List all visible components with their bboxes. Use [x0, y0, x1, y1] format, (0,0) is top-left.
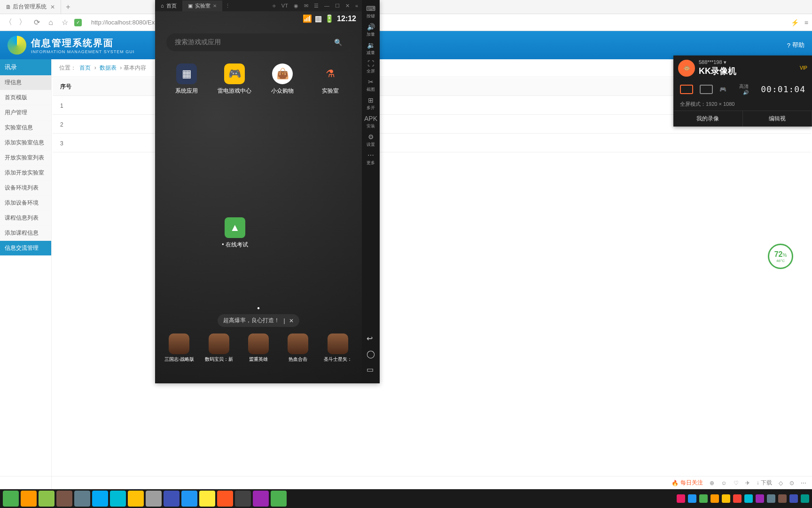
emulator-tool-button[interactable]: APK安装 [364, 113, 378, 131]
sidebar-item[interactable]: 理信息 [0, 75, 51, 90]
tray-icon[interactable] [710, 494, 719, 503]
app-launcher[interactable]: ⚗实验室 [308, 64, 352, 95]
emulator-tool-button[interactable]: 🔊加量 [364, 21, 378, 40]
tab-menu-icon[interactable]: ⋮ [225, 3, 230, 9]
forward-button[interactable]: 〉 [18, 18, 27, 27]
app-launcher[interactable]: 🎮雷电游戏中心 [212, 64, 257, 95]
app-launcher[interactable]: ▲• 在线考试 [211, 217, 258, 249]
tray-icon[interactable] [744, 494, 753, 503]
sidebar-item[interactable]: 信息交流管理 [0, 241, 51, 256]
app-launcher[interactable]: 👜小众购物 [260, 64, 304, 95]
taskbar-app-button[interactable] [128, 491, 144, 507]
search-input[interactable]: 搜索游戏或应用 🔍 [166, 33, 351, 51]
ext-icon[interactable]: ♡ [734, 480, 739, 486]
taskbar-app-button[interactable] [253, 491, 269, 507]
tray-icon[interactable] [722, 494, 730, 503]
emulator-tool-button[interactable]: ⛶全屏 [364, 58, 378, 76]
emulator-tool-button[interactable]: ⚙设置 [364, 131, 378, 150]
daily-focus-button[interactable]: 🔥 每日关注 [671, 479, 703, 487]
taskbar-app-button[interactable] [110, 491, 126, 507]
close-icon[interactable]: ✕ [50, 4, 55, 10]
tray-icon[interactable] [789, 494, 798, 503]
android-nav-button[interactable]: ↩ [367, 334, 375, 343]
game-shortcut[interactable]: 热血合击 [280, 333, 316, 363]
taskbar-app-button[interactable] [235, 491, 251, 507]
window-control-icon[interactable]: ✉ [304, 3, 308, 9]
sidebar-item[interactable]: 添加课程信息 [0, 226, 51, 241]
menu-icon[interactable]: ≡ [804, 19, 808, 26]
promo-banner[interactable]: 超高爆率，良心打造！ | ✕ [218, 314, 299, 327]
taskbar-app-button[interactable] [146, 491, 162, 507]
taskbar-app-button[interactable] [217, 491, 233, 507]
sidebar-item[interactable]: 添加设备环境 [0, 196, 51, 211]
taskbar-app-button[interactable] [3, 491, 19, 507]
emulator-tool-button[interactable]: ⊞多开 [364, 95, 378, 113]
tray-icon[interactable] [778, 494, 787, 503]
download-button[interactable]: ↓ 下载 [757, 479, 772, 487]
taskbar-app-button[interactable] [21, 491, 37, 507]
sidebar-item[interactable]: 设备环境列表 [0, 181, 51, 196]
breadcrumb-link[interactable]: 首页 [79, 64, 91, 71]
ext-icon[interactable]: ☺ [721, 480, 726, 486]
emulator-tool-button[interactable]: 🔉减量 [364, 40, 378, 58]
app-launcher[interactable]: ▦系统应用 [164, 64, 209, 95]
tray-icon[interactable] [767, 494, 775, 503]
sidebar-item[interactable]: 首页模版 [0, 90, 51, 105]
ext-icon[interactable]: ✈ [745, 480, 750, 486]
taskbar-app-button[interactable] [39, 491, 55, 507]
taskbar-app-button[interactable] [199, 491, 215, 507]
game-shortcut[interactable]: 盟重英雄 [240, 333, 277, 363]
cpu-monitor-widget[interactable]: 72% 46°C [768, 244, 793, 269]
reload-button[interactable]: ⟳ [32, 18, 41, 27]
close-icon[interactable]: ✕ [213, 3, 217, 8]
tray-icon[interactable] [801, 494, 809, 503]
tray-icon[interactable] [733, 494, 742, 503]
close-icon[interactable]: ✕ [289, 318, 294, 324]
emulator-tab[interactable]: ⌂首页 [155, 0, 182, 11]
emulator-tool-button[interactable]: ✂截图 [364, 76, 378, 95]
tray-icon[interactable] [677, 494, 685, 503]
emulator-tab[interactable]: ▣实验室✕ [182, 0, 222, 11]
edit-tab[interactable]: 编辑视 [743, 111, 812, 127]
window-control-icon[interactable]: VT [281, 3, 288, 9]
emulator-tool-button[interactable]: ⌨按键 [364, 3, 378, 21]
tray-icon[interactable] [688, 494, 696, 503]
window-control-icon[interactable]: ✕ [345, 3, 350, 9]
taskbar-app-button[interactable] [92, 491, 108, 507]
game-shortcut[interactable]: 三国志·战略版 [161, 333, 197, 363]
emulator-tool-button[interactable]: ⋯更多 [364, 150, 378, 168]
window-control-icon[interactable]: ⎆ [273, 3, 276, 9]
window-control-icon[interactable]: ◉ [294, 3, 298, 9]
home-button[interactable]: ⌂ [46, 18, 55, 27]
sidebar-item[interactable]: 添加实验室信息 [0, 135, 51, 151]
window-control-icon[interactable]: ☐ [335, 3, 340, 9]
breadcrumb-link[interactable]: 数据表 [100, 64, 117, 71]
screen-mode-button[interactable] [680, 85, 693, 94]
sidebar-item[interactable]: 开放实验室列表 [0, 151, 51, 166]
window-control-icon[interactable]: « [355, 3, 358, 9]
back-button[interactable]: 〈 [4, 18, 13, 27]
favorite-button[interactable]: ☆ [60, 18, 70, 27]
taskbar-app-button[interactable] [164, 491, 180, 507]
window-control-icon[interactable]: ☰ [314, 3, 319, 9]
tray-icon[interactable] [699, 494, 708, 503]
taskbar-app-button[interactable] [181, 491, 197, 507]
tray-icon[interactable] [756, 494, 764, 503]
ext-icon[interactable]: ⊕ [710, 480, 714, 486]
volume-icon[interactable]: 🔊 [739, 90, 749, 95]
ext-icon[interactable]: ◇ [779, 480, 783, 486]
window-control-icon[interactable]: — [324, 3, 329, 9]
taskbar-app-button[interactable] [271, 491, 287, 507]
help-link[interactable]: ? 帮助 [787, 41, 804, 49]
ext-icon[interactable]: ⊙ [789, 480, 794, 486]
android-nav-button[interactable]: ▭ [367, 365, 375, 374]
sidebar-item[interactable]: 用户管理 [0, 105, 51, 120]
sidebar-item[interactable]: 实验室信息 [0, 120, 51, 135]
sidebar-item[interactable]: 课程信息列表 [0, 211, 51, 226]
gamepad-icon[interactable]: 🎮 [719, 86, 726, 93]
ext-icon[interactable]: ⋯ [801, 480, 806, 486]
sidebar-item[interactable]: 添加开放实验室 [0, 166, 51, 181]
taskbar-app-button[interactable] [74, 491, 90, 507]
taskbar-app-button[interactable] [56, 491, 72, 507]
window-mode-button[interactable] [700, 85, 713, 94]
